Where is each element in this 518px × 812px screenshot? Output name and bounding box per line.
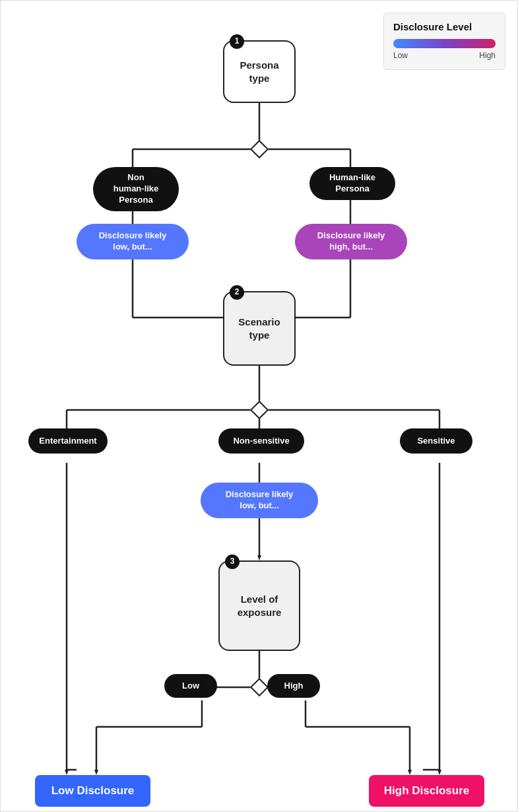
non-human-node: Non human-like Persona	[93, 167, 179, 211]
non-sensitive-node: Non-sensitive	[218, 428, 304, 454]
level-exposure-node: 3 Level of exposure	[218, 560, 300, 651]
disclosure-high-but: Disclosure likely high, but...	[295, 224, 407, 259]
legend-title: Disclosure Level	[393, 21, 496, 32]
legend-high: High	[479, 51, 496, 60]
badge-2: 2	[230, 285, 244, 300]
diagram-container: Disclosure Level Low High	[0, 0, 518, 812]
disclosure-low-but-2: Disclosure likely low, but...	[201, 483, 318, 518]
persona-type-label: Persona type	[240, 59, 278, 85]
high-node: High	[267, 674, 320, 698]
low-node: Low	[164, 674, 217, 698]
badge-3: 3	[225, 555, 240, 569]
diamond-1	[250, 140, 269, 158]
svg-marker-38	[408, 770, 412, 775]
high-disclosure-outcome: High Disclosure	[369, 775, 484, 807]
sensitive-node: Sensitive	[400, 428, 472, 454]
legend-labels: Low High	[393, 51, 496, 60]
disclosure-low-but-1: Disclosure likely low, but...	[77, 224, 189, 259]
low-disclosure-outcome: Low Disclosure	[35, 775, 150, 807]
level-exposure-label: Level of exposure	[238, 593, 282, 619]
diamond-2	[250, 401, 269, 419]
svg-marker-30	[437, 770, 441, 775]
scenario-type-label: Scenario type	[238, 316, 280, 341]
diamond-3	[250, 678, 269, 696]
human-like-node: Human-like Persona	[309, 167, 395, 200]
entertainment-node: Entertainment	[28, 428, 108, 454]
svg-marker-27	[65, 770, 69, 775]
svg-marker-34	[94, 770, 98, 775]
persona-type-node: 1 Persona type	[223, 40, 296, 103]
svg-marker-21	[257, 555, 261, 560]
legend-box: Disclosure Level Low High	[383, 13, 505, 70]
badge-1: 1	[230, 34, 244, 49]
legend-gradient	[393, 39, 496, 48]
legend-low: Low	[393, 51, 408, 60]
scenario-type-node: 2 Scenario type	[223, 291, 296, 366]
